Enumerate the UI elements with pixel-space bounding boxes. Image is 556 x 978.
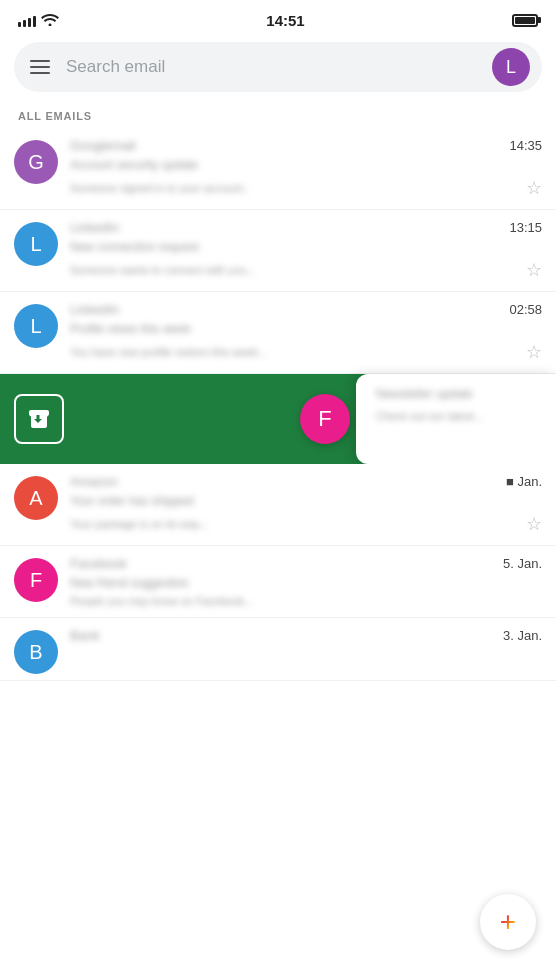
archive-icon <box>14 394 64 444</box>
avatar: A <box>14 476 58 520</box>
status-bar: 14:51 <box>0 0 556 36</box>
user-avatar[interactable]: L <box>492 48 530 86</box>
section-label: ALL EMAILS <box>0 102 556 128</box>
avatar: B <box>14 630 58 674</box>
avatar: G <box>14 140 58 184</box>
email-subject: New friend suggestion <box>70 576 189 590</box>
email-time: 14:35 <box>509 138 542 153</box>
email-subject: New connection request <box>70 240 199 254</box>
email-time: ■ Jan. <box>506 474 542 489</box>
star-icon[interactable]: ☆ <box>526 341 542 363</box>
email-content: Facebook 5. Jan. New friend suggestion P… <box>70 556 542 607</box>
email-sender: Facebook <box>70 556 127 571</box>
email-time: 02:58 <box>509 302 542 317</box>
compose-fab-button[interactable]: + <box>480 894 536 950</box>
partial-email-subject: Newsletter update <box>376 387 473 401</box>
compose-plus-icon: + <box>500 908 516 936</box>
search-input[interactable]: Search email <box>66 57 480 77</box>
email-preview: Someone wants to connect with you... <box>70 264 255 276</box>
email-content: LinkedIn 02:58 Profile views this week Y… <box>70 302 542 363</box>
star-icon[interactable]: ☆ <box>526 259 542 281</box>
wifi-icon <box>41 12 59 29</box>
status-time: 14:51 <box>266 12 304 29</box>
avatar: L <box>14 222 58 266</box>
email-preview: Someone signed in to your account.. <box>70 182 249 194</box>
email-preview: Your package is on its way... <box>70 518 208 530</box>
list-item[interactable]: G Googlemail 14:35 Account security upda… <box>0 128 556 210</box>
email-content: Googlemail 14:35 Account security update… <box>70 138 542 199</box>
email-time: 13:15 <box>509 220 542 235</box>
list-item[interactable]: B Bank 3. Jan. <box>0 618 556 681</box>
email-time: 5. Jan. <box>503 556 542 571</box>
email-time: 3. Jan. <box>503 628 542 643</box>
email-preview: You have new profile visitors this week.… <box>70 346 267 358</box>
email-sender: Googlemail <box>70 138 136 153</box>
star-icon[interactable]: ☆ <box>526 177 542 199</box>
partial-email-content: Newsletter update Check out our latest..… <box>376 384 542 424</box>
avatar: L <box>14 304 58 348</box>
battery-icon <box>512 14 538 27</box>
signal-bars-icon <box>18 13 36 27</box>
email-preview: People you may know on Facebook... <box>70 595 253 607</box>
email-list: G Googlemail 14:35 Account security upda… <box>0 128 556 681</box>
floating-avatar: F <box>300 394 350 444</box>
hamburger-menu-icon[interactable] <box>26 56 54 78</box>
archived-item: F Newsletter update Check out our latest… <box>0 374 556 464</box>
status-left <box>18 12 59 29</box>
partial-email-preview: Check out our latest... <box>376 410 483 422</box>
avatar: F <box>14 558 58 602</box>
email-content: LinkedIn 13:15 New connection request So… <box>70 220 542 281</box>
email-sender: Amazon <box>70 474 118 489</box>
star-icon[interactable]: ☆ <box>526 513 542 535</box>
list-item[interactable]: L LinkedIn 02:58 Profile views this week… <box>0 292 556 374</box>
email-subject: Account security update <box>70 158 198 172</box>
email-subject: Profile views this week <box>70 322 191 336</box>
list-item[interactable]: L LinkedIn 13:15 New connection request … <box>0 210 556 292</box>
list-item[interactable]: F Facebook 5. Jan. New friend suggestion… <box>0 546 556 618</box>
list-item[interactable]: A Amazon ■ Jan. Your order has shipped Y… <box>0 464 556 546</box>
email-sender: LinkedIn <box>70 220 119 235</box>
email-sender: LinkedIn <box>70 302 119 317</box>
email-content: Amazon ■ Jan. Your order has shipped You… <box>70 474 542 535</box>
email-subject: Your order has shipped <box>70 494 194 508</box>
email-sender: Bank <box>70 628 100 643</box>
search-bar[interactable]: Search email L <box>14 42 542 92</box>
email-content: Bank 3. Jan. <box>70 628 542 645</box>
partial-email-card: Newsletter update Check out our latest..… <box>356 374 556 464</box>
